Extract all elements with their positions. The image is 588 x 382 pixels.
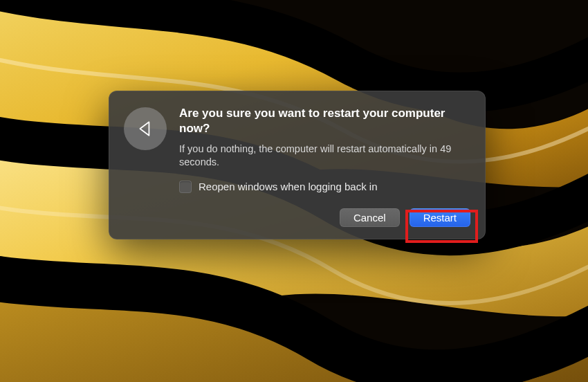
dialog-subtitle: If you do nothing, the computer will res… <box>179 143 470 170</box>
reopen-windows-checkbox[interactable] <box>179 181 192 193</box>
restart-dialog: Are you sure you want to restart your co… <box>109 91 486 239</box>
restart-button[interactable]: Restart <box>410 208 470 227</box>
triangle-left-icon <box>136 120 154 138</box>
cancel-button[interactable]: Cancel <box>340 208 400 227</box>
dialog-title: Are you sure you want to restart your co… <box>179 106 470 136</box>
reopen-windows-option[interactable]: Reopen windows when logging back in <box>179 181 470 193</box>
app-icon <box>124 107 167 150</box>
dialog-button-row: Cancel Restart <box>124 208 470 227</box>
dialog-text-block: Are you sure you want to restart your co… <box>179 106 470 208</box>
reopen-windows-label: Reopen windows when logging back in <box>199 181 378 192</box>
dialog-content: Are you sure you want to restart your co… <box>124 106 470 208</box>
